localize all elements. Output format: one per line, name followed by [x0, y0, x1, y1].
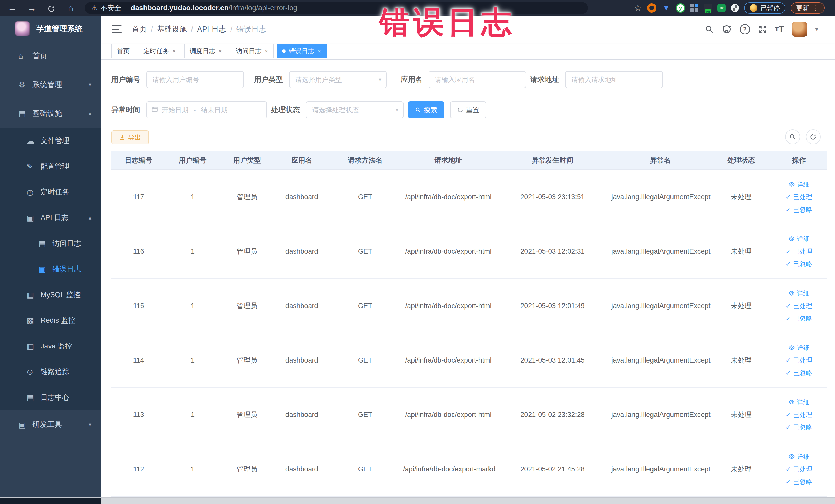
app-name-input[interactable]: 请输入应用名	[429, 71, 526, 88]
search-button[interactable]: 搜索	[408, 101, 444, 118]
cell-actions: 详细✓已处理✓已忽略	[772, 344, 826, 377]
sidebar-item-2[interactable]: ▤基础设施▴	[0, 99, 101, 128]
action-2[interactable]: ✓已忽略	[786, 423, 812, 431]
tab-4[interactable]: 错误日志×	[277, 44, 326, 58]
tab-3[interactable]: 访问日志×	[230, 44, 273, 58]
export-button[interactable]: 导出	[111, 130, 149, 144]
date-range-picker[interactable]: 开始日期 - 结束日期	[146, 101, 267, 118]
refresh-icon[interactable]	[806, 129, 821, 144]
extension-shield-icon[interactable]: ▼	[661, 3, 671, 13]
start-date-placeholder[interactable]: 开始日期	[162, 105, 188, 115]
fullscreen-icon[interactable]	[758, 25, 767, 34]
close-icon[interactable]: ×	[172, 47, 176, 55]
breadcrumb-item-0[interactable]: 首页	[132, 24, 147, 35]
action-0[interactable]: 详细	[788, 344, 810, 352]
job-icon: ◷	[27, 188, 41, 197]
hamburger-icon[interactable]	[112, 25, 122, 33]
browser-forward-icon[interactable]: →	[26, 3, 38, 13]
sidebar-item-8[interactable]: ▣错误日志	[0, 256, 101, 282]
end-date-placeholder[interactable]: 结束日期	[201, 105, 228, 115]
github-icon[interactable]	[722, 24, 732, 34]
sidebar-item-5[interactable]: ◷定时任务	[0, 179, 101, 205]
action-2[interactable]: ✓已忽略	[786, 369, 812, 377]
extension-leaf-icon[interactable]: ❧	[717, 4, 726, 12]
reset-button[interactable]: 重置	[450, 101, 486, 118]
table-toolbar	[785, 129, 821, 144]
show-search-icon[interactable]	[785, 129, 800, 144]
error-log-icon: ▣	[39, 265, 53, 274]
process-status-select[interactable]: 请选择处理状态▾	[306, 101, 404, 118]
close-icon[interactable]: ×	[265, 47, 268, 55]
action-1[interactable]: ✓已处理	[786, 465, 812, 473]
sidebar-item-10[interactable]: ▩Redis 监控	[0, 308, 101, 333]
app-logo-row[interactable]: 芋道管理系统	[0, 16, 101, 42]
breadcrumb-item-1[interactable]: 基础设施	[157, 24, 187, 35]
extensions-puzzle-icon[interactable]: ▞	[731, 4, 739, 12]
browser-home-icon[interactable]: ⌂	[65, 3, 77, 13]
close-icon[interactable]: ×	[219, 47, 222, 55]
sidebar-item-0[interactable]: ⌂首页	[0, 42, 101, 70]
action-2[interactable]: ✓已忽略	[786, 478, 812, 486]
sidebar-item-4[interactable]: ✎配置管理	[0, 154, 101, 179]
action-1[interactable]: ✓已处理	[786, 193, 812, 201]
font-size-icon[interactable]: TT	[775, 24, 784, 35]
tab-0[interactable]: 首页	[111, 44, 135, 58]
mysql-icon: ▦	[27, 290, 41, 299]
browser-menu-icon[interactable]: ⋮	[812, 4, 819, 12]
tab-2[interactable]: 调度日志×	[184, 44, 227, 58]
cell-url: /api/infra/db-doc/export-markdown	[402, 465, 495, 473]
search-icon[interactable]	[705, 25, 714, 34]
cell-time: 2021-05-03 23:13:51	[495, 193, 610, 201]
sidebar-item-12[interactable]: ⊙链路追踪	[0, 359, 101, 385]
action-0[interactable]: 详细	[788, 235, 810, 243]
action-1[interactable]: ✓已处理	[786, 302, 812, 310]
chevron-down-icon[interactable]: ▾	[815, 26, 818, 33]
sidebar-item-1[interactable]: ⚙系统管理▾	[0, 70, 101, 99]
breadcrumb-item-2[interactable]: API 日志	[197, 24, 226, 35]
sidebar-item-7[interactable]: ▤访问日志	[0, 230, 101, 256]
request-url-input[interactable]: 请输入请求地址	[565, 71, 663, 88]
bookmark-star-icon[interactable]: ☆	[634, 3, 642, 13]
action-0[interactable]: 详细	[788, 289, 810, 298]
user-id-input[interactable]: 请输入用户编号	[146, 71, 244, 88]
action-1[interactable]: ✓已处理	[786, 356, 812, 365]
sidebar-item-13[interactable]: ▤日志中心	[0, 385, 101, 410]
browser-reload-icon[interactable]	[46, 3, 57, 13]
table-row-113: 1131管理员dashboardGET/api/infra/db-doc/exp…	[111, 388, 827, 442]
browser-back-icon[interactable]: ←	[7, 3, 18, 13]
action-0[interactable]: 详细	[788, 452, 810, 461]
action-1[interactable]: ✓已处理	[786, 247, 812, 256]
sidebar-item-11[interactable]: ▥Java 监控	[0, 333, 101, 359]
column-header-3: 应用名	[274, 156, 329, 165]
browser-update-button[interactable]: 更新 ⋮	[791, 2, 825, 14]
chevron-down-icon: ▾	[88, 81, 91, 88]
sidebar-item-9[interactable]: ▦MySQL 监控	[0, 282, 101, 308]
extension-green-icon[interactable]: y	[676, 3, 685, 13]
filter-row-2: 异常时间 开始日期 - 结束日期 处理状态 请选择处理状态▾ 搜索 重置	[111, 101, 486, 118]
action-2[interactable]: ✓已忽略	[786, 260, 812, 268]
extension-grid-icon[interactable]	[690, 4, 698, 12]
action-0[interactable]: 详细	[788, 180, 810, 189]
sidebar-item-14[interactable]: ▣研发工具▾	[0, 410, 101, 439]
profile-paused-button[interactable]: 已暂停	[744, 2, 786, 14]
action-2[interactable]: ✓已忽略	[786, 205, 812, 214]
tab-1[interactable]: 定时任务×	[138, 44, 181, 58]
cell-time: 2021-05-02 23:32:28	[495, 411, 610, 419]
extension-orange-icon[interactable]	[647, 3, 656, 13]
security-label[interactable]: 不安全	[100, 3, 121, 13]
url-text[interactable]: dashboard.yudao.iocoder.cn/infra/log/api…	[131, 4, 297, 12]
action-0[interactable]: 详细	[788, 398, 810, 406]
action-1[interactable]: ✓已处理	[786, 410, 812, 419]
user-type-select[interactable]: 请选择用户类型▾	[289, 71, 387, 88]
sidebar-item-6[interactable]: ▣API 日志▴	[0, 205, 101, 230]
user-avatar[interactable]	[792, 22, 807, 37]
close-icon[interactable]: ×	[318, 47, 321, 55]
devtools-icon: ▣	[19, 420, 32, 429]
cell-url: /api/infra/db-doc/export-html	[402, 193, 495, 201]
extension-onoff-icon[interactable]: on	[704, 4, 712, 12]
help-icon[interactable]: ?	[740, 24, 750, 35]
cell-method: GET	[329, 465, 402, 473]
sidebar-item-3[interactable]: ☁文件管理	[0, 128, 101, 154]
action-2[interactable]: ✓已忽略	[786, 314, 812, 323]
cell-app_name: dashboard	[274, 193, 329, 201]
